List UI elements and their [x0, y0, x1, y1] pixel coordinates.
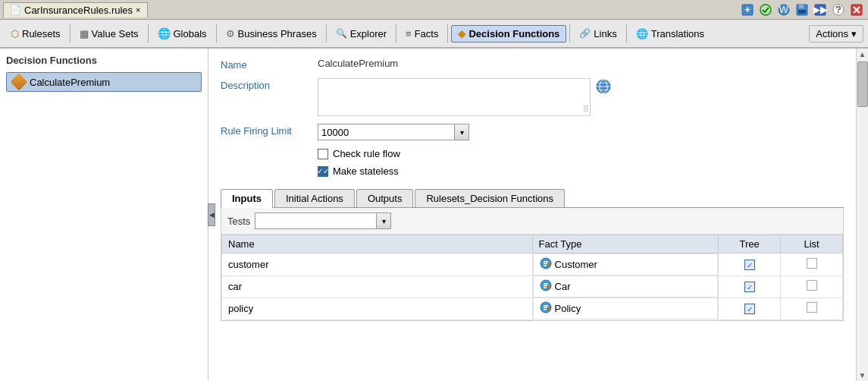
row-0-fact-type-text: Customer [555, 259, 597, 270]
col-header-fact-type: Fact Type [532, 235, 719, 253]
svg-rect-7 [798, 10, 806, 14]
firing-limit-input[interactable] [318, 124, 454, 140]
firing-limit-dropdown-arrow[interactable]: ▾ [454, 124, 469, 140]
tab-outputs[interactable]: Outputs [356, 189, 414, 207]
check-rule-flow-checkbox[interactable] [318, 149, 328, 159]
rule-firing-limit-row: Rule Firing Limit ▾ [221, 124, 844, 140]
actions-label: Actions [816, 28, 848, 39]
toolbar-item-explorer[interactable]: 🔍 Explorer [330, 26, 393, 42]
decision-functions-label: Decision Functions [468, 28, 559, 39]
tests-label: Tests [227, 216, 250, 227]
table-row: policy Policy ✓ [222, 298, 843, 320]
tab-initial-actions[interactable]: Initial Actions [274, 189, 355, 207]
separator-2 [148, 24, 149, 43]
list-checkbox-2[interactable] [807, 302, 817, 313]
resize-handle: ⠿ [583, 105, 589, 115]
separator-6 [447, 24, 448, 43]
fact-icon-0 [540, 257, 552, 272]
tests-select-arrow[interactable]: ▾ [376, 213, 391, 229]
icon-btn-save[interactable] [794, 2, 810, 18]
row-2-tree[interactable]: ✓ [719, 298, 781, 320]
icon-btn-3[interactable]: W [776, 2, 792, 18]
tabs-row: Inputs Initial Actions Outputs Rulesets_… [221, 189, 844, 208]
col-header-tree: Tree [719, 235, 781, 253]
row-0-list[interactable] [781, 253, 843, 276]
tabs-container: Inputs Initial Actions Outputs Rulesets_… [221, 189, 844, 321]
check-rule-flow-row: Check rule flow [318, 148, 844, 159]
separator-1 [70, 24, 71, 43]
decision-functions-icon: ◆ [458, 28, 465, 39]
rulesets-icon: ⬡ [11, 28, 19, 39]
toolbar-item-business-phrases[interactable]: ⚙ Business Phrases [220, 26, 323, 42]
toolbar-item-links[interactable]: 🔗 Links [573, 26, 622, 42]
svg-point-2 [760, 5, 771, 15]
toolbar-item-decision-functions[interactable]: ◆ Decision Functions [451, 25, 566, 43]
svg-text:+: + [744, 4, 750, 15]
list-checkbox-0[interactable] [807, 258, 817, 269]
filename: CarInsuranceRules.rules [24, 5, 133, 16]
toolbar: ⬡ Rulesets ▦ Value Sets 🌐 Globals ⚙ Busi… [0, 20, 868, 49]
toolbar-item-globals[interactable]: 🌐 Globals [152, 25, 213, 42]
collapse-panel-button[interactable]: ◀ [208, 203, 215, 226]
title-bar-icons: + W ▶▶ ? [739, 2, 865, 18]
tests-row: Tests ▾ [221, 208, 843, 235]
description-input[interactable] [318, 78, 591, 116]
tree-checkbox-1[interactable]: ✓ [744, 282, 755, 292]
row-0-tree[interactable]: ✓ [719, 253, 781, 276]
tree-checkbox-0[interactable]: ✓ [744, 260, 755, 270]
diamond-icon [11, 74, 28, 91]
icon-btn-4[interactable]: ▶▶ [812, 2, 829, 18]
svg-rect-6 [799, 5, 804, 8]
icon-btn-help[interactable]: ? [830, 2, 847, 18]
name-label: Name [221, 58, 312, 71]
row-2-list[interactable] [781, 298, 843, 320]
toolbar-item-translations[interactable]: 🌐 Translations [630, 26, 710, 42]
close-tab-icon[interactable]: × [136, 5, 140, 14]
svg-text:▶▶: ▶▶ [813, 4, 827, 15]
svg-rect-31 [544, 309, 547, 310]
svg-rect-19 [544, 261, 548, 263]
name-row: Name CalculatePremium [221, 58, 844, 71]
row-2-fact-type: Policy [533, 298, 719, 320]
business-phrases-icon: ⚙ [226, 28, 235, 39]
scrollbar-thumb[interactable] [857, 61, 868, 107]
facts-icon: ≡ [406, 28, 412, 39]
svg-rect-26 [544, 287, 547, 288]
actions-dropdown-icon: ▾ [851, 28, 857, 39]
icon-btn-close[interactable] [848, 2, 865, 18]
row-1-tree[interactable]: ✓ [719, 276, 781, 298]
tests-select-box[interactable] [255, 213, 376, 229]
separator-4 [326, 24, 327, 43]
actions-menu[interactable]: Actions ▾ [809, 25, 863, 43]
table-row: customer Customer ✓ [222, 253, 843, 276]
tree-checkbox-2[interactable]: ✓ [744, 304, 755, 314]
make-stateless-checkbox[interactable]: ✓ [318, 166, 328, 177]
globals-label: Globals [174, 28, 207, 39]
icon-btn-1[interactable]: + [739, 2, 756, 18]
toolbar-item-rulesets[interactable]: ⬡ Rulesets [5, 26, 67, 42]
calculate-premium-item[interactable]: CalculatePremium [6, 72, 202, 92]
svg-text:W: W [779, 4, 789, 15]
svg-rect-24 [544, 283, 548, 285]
scroll-down-arrow[interactable]: ▼ [857, 370, 868, 381]
col-header-list: List [781, 235, 843, 253]
svg-text:?: ? [835, 4, 841, 15]
row-2-name: policy [222, 298, 533, 320]
fact-icon-2 [540, 301, 552, 316]
row-1-name: car [222, 276, 533, 298]
tab-inputs[interactable]: Inputs [221, 189, 273, 208]
toolbar-item-facts[interactable]: ≡ Facts [400, 26, 444, 42]
description-row: Description ⠿ [221, 78, 844, 116]
row-1-list[interactable] [781, 276, 843, 298]
business-phrases-label: Business Phrases [238, 28, 317, 39]
explorer-label: Explorer [350, 28, 387, 39]
scroll-up-arrow[interactable]: ▲ [857, 49, 868, 60]
list-checkbox-1[interactable] [807, 280, 817, 291]
toolbar-item-value-sets[interactable]: ▦ Value Sets [74, 26, 145, 42]
svg-rect-21 [544, 265, 547, 266]
tab-rulesets-decision-functions[interactable]: Rulesets_Decision Functions [415, 189, 565, 207]
inputs-table: Name Fact Type Tree List customer [221, 235, 843, 320]
icon-btn-check[interactable] [757, 2, 774, 18]
title-tab[interactable]: 📄 CarInsuranceRules.rules × [3, 2, 148, 17]
scrollbar[interactable]: ▲ ▼ [856, 49, 868, 381]
